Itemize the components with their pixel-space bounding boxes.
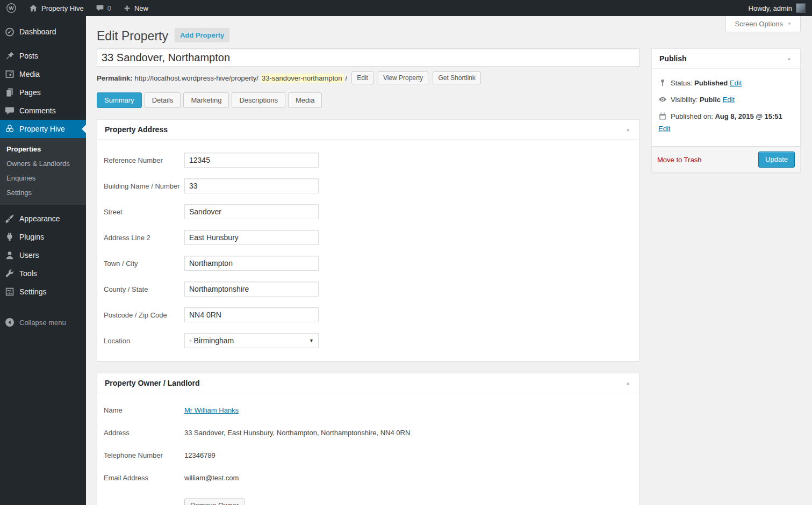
status-label: Status: [671,79,692,87]
account-menu[interactable]: Howdy, admin [742,0,812,16]
property-owner-panel: Property Owner / Landlord ▲ Name Mr Will… [97,373,639,505]
home-icon [28,3,38,13]
sidebar-item-label: Appearance [19,214,60,223]
town-city-input[interactable] [184,256,319,271]
remove-owner-button[interactable]: Remove Owner [184,498,245,505]
sidebar-item-plugins[interactable]: Plugins [0,228,86,246]
address-line-2-input[interactable] [184,230,319,245]
reference-number-label: Reference Number [104,156,184,164]
town-city-label: Town / City [104,259,184,268]
building-name-input[interactable] [184,178,319,193]
sidebar-item-media[interactable]: Media [0,65,86,83]
collapse-panel-icon[interactable]: ▲ [624,380,631,386]
visibility-value: Public [700,96,721,104]
status-value: Published [694,79,728,87]
property-owner-title: Property Owner / Landlord [105,379,200,387]
property-hive-icon [4,124,15,134]
location-label: Location [104,337,184,345]
view-property-button[interactable]: View Property [378,71,428,84]
sidebar-item-appearance[interactable]: Appearance [0,210,86,228]
sidebar-item-label: Pages [19,88,41,97]
sidebar-item-pages[interactable]: Pages [0,83,86,102]
sidebar-item-comments[interactable]: Comments [0,102,86,120]
visibility-label: Visibility: [671,96,698,104]
post-status-pin-icon [658,78,667,87]
street-label: Street [104,208,184,216]
edit-published-date-link[interactable]: Edit [658,124,670,133]
comments-bubble-menu[interactable]: 0 [90,0,117,16]
collapse-panel-icon[interactable]: ▲ [786,56,793,61]
new-content-menu[interactable]: New [117,0,154,16]
comments-icon [4,105,15,116]
edit-visibility-link[interactable]: Edit [723,96,735,104]
tab-details[interactable]: Details [145,92,181,108]
owner-email-label: Email Address [104,474,184,482]
new-label: New [134,4,148,12]
site-name-menu[interactable]: Property Hive [23,0,90,16]
owner-phone-label: Telephone Number [104,451,184,459]
sidebar-item-label: Plugins [19,233,44,241]
sidebar-item-label: Posts [19,52,38,60]
pages-icon [4,87,15,98]
pushpin-icon [4,50,15,61]
submenu-item-properties[interactable]: Properties [0,142,86,156]
paintbrush-icon [4,213,15,224]
submenu-item-settings[interactable]: Settings [0,185,86,200]
submenu-item-enquiries[interactable]: Enquiries [0,171,86,185]
permalink-label: Permalink: [97,74,132,82]
tab-summary[interactable]: Summary [97,92,142,108]
chevron-down-icon: ▼ [787,21,792,26]
edit-permalink-button[interactable]: Edit [351,71,373,84]
property-address-title: Property Address [105,125,168,134]
visibility-eye-icon [658,95,667,104]
collapse-panel-icon[interactable]: ▲ [624,127,631,132]
sidebar-item-label: Users [19,251,39,259]
get-shortlink-button[interactable]: Get Shortlink [433,71,480,84]
sidebar-item-posts[interactable]: Posts [0,47,86,65]
tab-descriptions[interactable]: Descriptions [232,92,285,108]
plus-icon [123,4,131,12]
street-input[interactable] [184,204,319,219]
reference-number-input[interactable] [184,153,319,168]
user-icon [4,250,15,261]
owner-address-value: 33 Sandover, East Hunsbury, Northampton,… [184,429,410,437]
wordpress-logo-icon [6,3,17,13]
property-title-input[interactable] [97,48,639,67]
county-state-input[interactable] [184,282,319,297]
collapse-menu-button[interactable]: Collapse menu [0,313,86,331]
sidebar-item-property-hive[interactable]: Property Hive [0,120,86,138]
postcode-input[interactable] [184,307,319,322]
collapse-menu-label: Collapse menu [19,319,66,327]
calendar-icon [658,112,667,120]
content-area: Screen Options ▼ Edit Property Add Prope… [86,16,812,505]
location-select[interactable]: - Birmingham ▼ [184,333,319,348]
publish-box: Publish ▲ [651,48,801,173]
tab-media[interactable]: Media [288,92,322,108]
sidebar-item-label: Property Hive [19,125,65,133]
dashboard-icon [4,26,15,37]
wrench-icon [4,268,15,279]
address-line-2-label: Address Line 2 [104,234,184,242]
owner-name-link[interactable]: Mr William Hanks [184,406,239,414]
sidebar-item-tools[interactable]: Tools [0,264,86,283]
collapse-arrow-icon [4,317,15,328]
owner-address-label: Address [104,429,184,437]
edit-status-link[interactable]: Edit [730,79,742,87]
plug-icon [4,232,15,242]
property-hive-submenu: Properties Owners & Landlords Enquiries … [0,138,86,205]
sidebar-item-dashboard[interactable]: Dashboard [0,23,86,41]
sidebar-item-settings[interactable]: Settings [0,283,86,301]
update-button[interactable]: Update [758,152,795,168]
add-property-button[interactable]: Add Property [175,28,229,42]
site-name-label: Property Hive [41,4,84,12]
sliders-icon [4,286,15,297]
publish-title: Publish [659,54,687,63]
submenu-item-owners-landlords[interactable]: Owners & Landlords [0,156,86,171]
building-name-label: Building Name / Number [104,182,184,190]
screen-options-tab[interactable]: Screen Options ▼ [725,16,801,32]
move-to-trash-link[interactable]: Move to Trash [657,156,701,164]
wordpress-logo-menu[interactable] [0,0,23,16]
select-arrow-icon: ▼ [309,338,314,343]
tab-marketing[interactable]: Marketing [183,92,229,108]
sidebar-item-users[interactable]: Users [0,246,86,264]
